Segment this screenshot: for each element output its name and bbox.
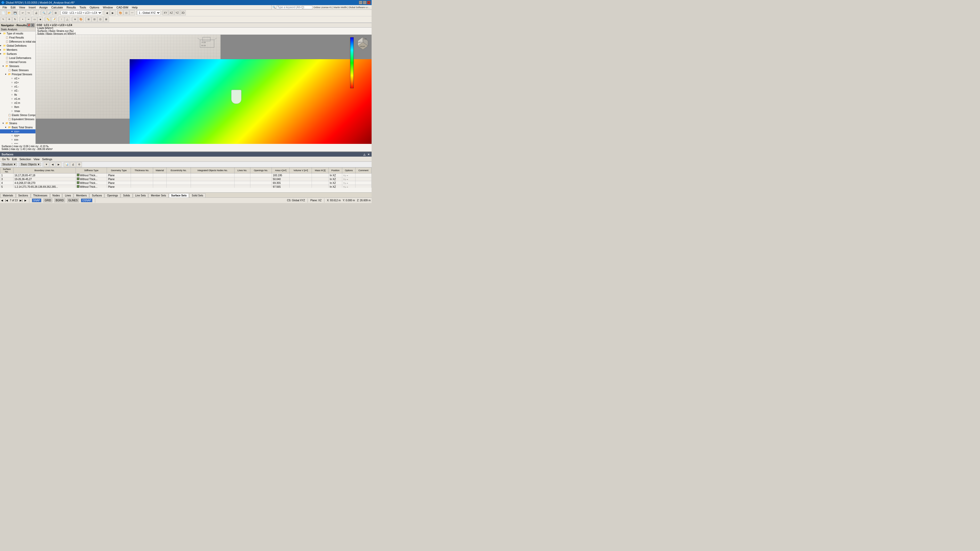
next-page-button[interactable]: ▶ — [56, 162, 62, 167]
render-button[interactable]: 🎨 — [118, 10, 123, 15]
view-3d[interactable]: 3D — [180, 10, 186, 15]
surfaces-close-icon[interactable]: ✕ — [367, 153, 370, 156]
redo-button[interactable]: ↪ — [26, 10, 32, 15]
table-row[interactable]: 3 19-26,36-45,27 Without Thick... Plane … — [0, 177, 372, 181]
solid-button[interactable]: ■ — [38, 17, 43, 22]
menu-insert[interactable]: Insert — [27, 6, 37, 9]
bottom-tab-thicknesses[interactable]: Thicknesses — [31, 193, 50, 197]
tree-item-elastic_stress_components[interactable]: 📋Elastic Stress Components — [0, 113, 35, 117]
prev-result[interactable]: ◀ — [104, 10, 110, 15]
basic-objects-dropdown[interactable]: Basic Objects ▼ — [20, 163, 41, 166]
tree-item-_xx_[interactable]: ●εxx+ — [0, 129, 35, 133]
nav-pin[interactable]: 📌 — [27, 24, 30, 27]
nav-next[interactable]: ▶ — [24, 199, 27, 202]
view-yz[interactable]: YZ — [174, 10, 180, 15]
surfaces-menu-goto[interactable]: Go To — [1, 158, 11, 161]
snap-button[interactable]: SNAP — [32, 198, 41, 202]
color-legend[interactable]: 🎨 — [78, 17, 84, 22]
bottom-tab-solid-sets[interactable]: Solid Sets — [189, 193, 205, 197]
tree-item-_yy_[interactable]: ○εyy+ — [0, 133, 35, 138]
tree-item-final_results[interactable]: 📋Final Results — [0, 35, 35, 40]
bottom-tab-materials[interactable]: Materials — [0, 193, 16, 197]
bottom-tab-openings[interactable]: Openings — [105, 193, 120, 197]
tree-item-differences_to_initial_state[interactable]: 📋Differences to initial state — [0, 40, 35, 44]
close-button[interactable]: ✕ — [367, 1, 371, 4]
load-case-combo[interactable]: CO2 · LC1 + LC2 + LC3 + LC4 — [60, 11, 102, 15]
tree-item-_max[interactable]: ○τmax — [0, 109, 35, 113]
new-button[interactable]: 📄 — [0, 10, 6, 15]
osnap-button[interactable]: OSNAP — [81, 198, 92, 202]
view-xz[interactable]: XZ — [169, 10, 174, 15]
tree-item-_1_[interactable]: ○σ1+ — [0, 80, 35, 84]
tree-item-_2__[interactable]: ○σ2.- — [0, 89, 35, 93]
surfaces-menu-view[interactable]: View — [32, 158, 41, 161]
next-result[interactable]: ▶ — [110, 10, 116, 15]
tree-item-_2__[interactable]: ○σ2.+ — [0, 76, 35, 80]
bottom-tab-member-sets[interactable]: Member Sets — [148, 193, 168, 197]
export-button[interactable]: 📊 — [64, 162, 70, 167]
menu-cad-bim[interactable]: CAD-BIM — [115, 6, 130, 9]
surfaces-table-container[interactable]: SurfaceNo. Boundary Lines No. Stiffness … — [0, 167, 372, 188]
open-button[interactable]: 📂 — [6, 10, 12, 15]
tree-item-_xx_[interactable]: ○εxx- — [0, 138, 35, 141]
tree-item-basic_stresses[interactable]: 📋Basic Stresses — [0, 68, 35, 72]
nav-prev[interactable]: ◀ — [1, 199, 3, 202]
search-input[interactable] — [277, 6, 312, 9]
tree-item-_yy_[interactable]: ○εyy- — [0, 141, 35, 144]
move-button[interactable]: ✛ — [6, 17, 12, 22]
zoom-in[interactable]: 🔍 — [41, 10, 47, 15]
view-left[interactable]: ⊡ — [97, 17, 103, 22]
tree-item-_1_m[interactable]: ○σ1.m — [0, 97, 35, 101]
tree-item-equivalent_stresses[interactable]: 📋Equivalent Stresses — [0, 117, 35, 121]
print-button[interactable]: 🖨 — [33, 10, 39, 15]
tree-item-surfaces[interactable]: ▾📁Surfaces — [0, 52, 35, 56]
maximize-button[interactable]: □ — [363, 1, 366, 4]
viewport-area[interactable]: CO2 · LC1 + LC2 + LC3 + LC4 Loads [kN/m²… — [36, 23, 372, 144]
tree-item-_sm[interactable]: ○θsm — [0, 105, 35, 109]
surfaces-menu-selection[interactable]: Selection — [18, 158, 32, 161]
menu-results[interactable]: Results — [65, 6, 78, 9]
support-button[interactable]: △ — [65, 17, 70, 22]
wireframe-button[interactable]: ⊡ — [124, 10, 129, 15]
view-combo[interactable]: 1 - Global XYZ — [137, 11, 161, 15]
result-display[interactable]: ≋ — [72, 17, 78, 22]
menu-window[interactable]: Window — [101, 6, 115, 9]
bottom-tab-surfaces[interactable]: Surfaces — [89, 193, 104, 197]
bgrid-button[interactable]: BGRID — [54, 198, 65, 202]
surfaces-expand-icon[interactable]: △ — [363, 153, 366, 156]
undo-button[interactable]: ↩ — [20, 10, 25, 15]
tree-item-members[interactable]: ▸📁Members — [0, 48, 35, 52]
grid-button[interactable]: GRID — [43, 198, 52, 202]
view-front[interactable]: ⊞ — [86, 17, 91, 22]
tree-item-local_deformations[interactable]: 📋Local Deformations — [0, 56, 35, 60]
prev-page-button[interactable]: ◀ — [50, 162, 56, 167]
bottom-tab-surface-sets[interactable]: Surface Sets — [169, 193, 189, 197]
select-button[interactable]: ↖ — [0, 17, 6, 22]
table-row[interactable]: 5 1,2,14,271,70-65,28,136,69,262,265... … — [0, 185, 372, 188]
table-row[interactable]: 1 16,17,28,65-47,18 Without Thick... Pla… — [0, 173, 372, 177]
glines-button[interactable]: GLINES — [67, 198, 79, 202]
bottom-tab-sections[interactable]: Sections — [16, 193, 30, 197]
tree-item-basic_total_strains[interactable]: ▾📂Basic Total Strains — [0, 125, 35, 129]
nav-last[interactable]: ▶| — [20, 199, 22, 202]
menu-help[interactable]: Help — [130, 6, 139, 9]
view-right[interactable]: ⊠ — [103, 17, 109, 22]
tree-item-global_definitions[interactable]: ▾📁Global Definitions — [0, 44, 35, 48]
filter-button[interactable]: ▼ — [44, 162, 49, 167]
line-button[interactable]: ━ — [26, 17, 32, 22]
menu-tools[interactable]: Tools — [78, 6, 88, 9]
node-button[interactable]: • — [20, 17, 25, 22]
menu-options[interactable]: Options — [88, 6, 101, 9]
viewport-3d-container[interactable]: 75.00 60.00 — [36, 35, 372, 144]
tree-item-type_of_results[interactable]: ▾📁Type of results — [0, 32, 35, 35]
bottom-tab-solids[interactable]: Solids — [121, 193, 132, 197]
nav-first[interactable]: |◀ — [5, 199, 8, 202]
bottom-tab-nodes[interactable]: Nodes — [50, 193, 62, 197]
deform-button[interactable]: 〰 — [129, 10, 135, 15]
view-xy[interactable]: XY — [162, 10, 168, 15]
zoom-out[interactable]: 🔎 — [47, 10, 52, 15]
view-back[interactable]: ⊟ — [92, 17, 97, 22]
load-arrow[interactable]: ↑ — [59, 17, 64, 22]
measure-button[interactable]: 📏 — [45, 17, 51, 22]
save-button[interactable]: 💾 — [12, 10, 18, 15]
